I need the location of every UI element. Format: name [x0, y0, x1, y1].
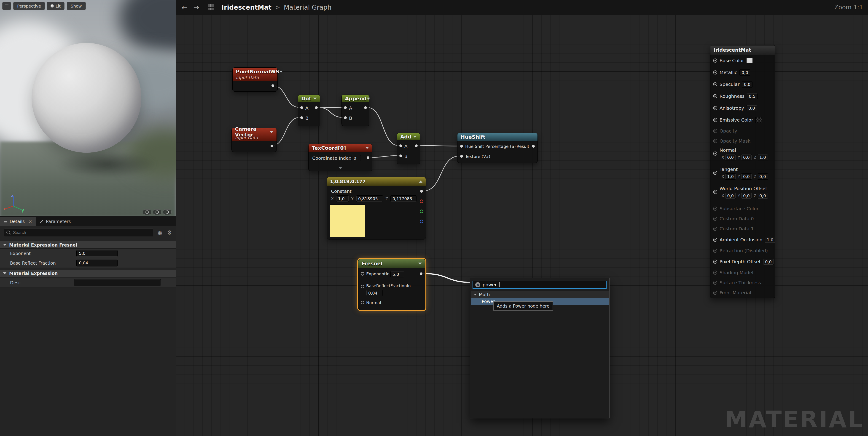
- pin-z-value[interactable]: 0,0: [757, 173, 768, 179]
- material-pin-roughness[interactable]: Roughness 0,5: [710, 90, 775, 102]
- material-pin-tangent[interactable]: Tangent X1,0 Y0,0 Z0,0: [710, 165, 775, 185]
- perspective-button[interactable]: Perspective: [13, 2, 45, 10]
- section-material-expression[interactable]: Material Expression: [0, 270, 176, 277]
- exponent-value-field[interactable]: 5,0: [76, 250, 118, 257]
- output-pin-rgb[interactable]: [420, 190, 423, 193]
- output-pin-r[interactable]: [420, 200, 423, 203]
- input-pin-a[interactable]: [300, 106, 304, 109]
- node-hueshift[interactable]: HueShift Hue Shift Percentage (S) Textur…: [457, 133, 538, 163]
- node-dot[interactable]: Dot A B: [298, 95, 320, 126]
- chevron-down-icon[interactable]: [313, 98, 317, 100]
- viewport-indicator-1[interactable]: [143, 209, 151, 215]
- material-pin-metallic[interactable]: Metallic 0,0: [710, 67, 775, 78]
- pin-y-value[interactable]: 0,0: [741, 173, 752, 179]
- chevron-down-icon[interactable]: [418, 263, 422, 265]
- basereflectfractionin-value[interactable]: 0,04: [366, 290, 383, 296]
- chevron-down-icon[interactable]: [367, 98, 370, 100]
- chevron-down-icon[interactable]: [279, 71, 283, 73]
- node-fresnel[interactable]: Fresnel ExponentIn 5,0 BaseReflectFracti…: [358, 259, 426, 310]
- pin-z-value[interactable]: 0,0: [757, 193, 768, 199]
- pin-y-value[interactable]: 0,0: [741, 193, 752, 199]
- pin-x-value[interactable]: 0,0: [725, 193, 736, 199]
- material-pin-specular[interactable]: Specular 0,0: [710, 78, 775, 90]
- node-camera-vector[interactable]: Camera Vector Input Data: [231, 128, 277, 152]
- material-pin-normal[interactable]: Normal X0,0 Y0,0 Z1,0: [710, 146, 775, 165]
- settings-gear-icon[interactable]: ⚙: [167, 229, 172, 236]
- expand-advanced-icon[interactable]: [339, 167, 342, 169]
- pin-value[interactable]: 0,0: [763, 259, 774, 265]
- forward-button[interactable]: →: [193, 3, 199, 11]
- node-texcoord[interactable]: TexCoord[0] Coordinate Index 0: [308, 144, 372, 171]
- material-pin-ambient-occlusion[interactable]: Ambient Occlusion 1,0: [710, 234, 775, 246]
- display-filter-icon[interactable]: ▦: [157, 229, 163, 236]
- close-tab-icon[interactable]: ×: [28, 219, 32, 224]
- preview-sphere[interactable]: [32, 43, 141, 153]
- output-pin[interactable]: [314, 106, 318, 109]
- pin-value[interactable]: 0,0: [746, 105, 757, 111]
- color-preview-swatch[interactable]: [330, 204, 365, 237]
- pin-value[interactable]: 0,5: [747, 93, 757, 99]
- category-math[interactable]: Math: [471, 291, 609, 298]
- input-pin-normal[interactable]: [361, 301, 364, 304]
- output-pin[interactable]: [414, 144, 418, 147]
- material-result-node[interactable]: IridescentMat Base Color Metallic 0,0 Sp…: [710, 45, 775, 298]
- preview-viewport[interactable]: Perspective Lit Show z x y: [0, 0, 176, 216]
- pin-x-value[interactable]: 0,0: [725, 154, 736, 160]
- input-pin-texture[interactable]: [460, 155, 463, 158]
- input-pin-hue-shift-percentage[interactable]: [460, 144, 463, 148]
- graph-hierarchy-icon[interactable]: [208, 4, 214, 10]
- output-pin[interactable]: [364, 106, 367, 109]
- material-pin-emissive-color[interactable]: Emissive Color: [710, 114, 775, 126]
- base-reflect-fraction-value-field[interactable]: 0,04: [76, 260, 118, 266]
- emissive-color-swatch[interactable]: [755, 117, 762, 123]
- input-pin-basereflectfractionin[interactable]: [361, 285, 364, 289]
- material-pin-anisotropy[interactable]: Anisotropy 0,0: [710, 102, 775, 114]
- node-add[interactable]: Add A B: [397, 133, 420, 164]
- chevron-down-icon[interactable]: [270, 131, 273, 133]
- lit-mode-button[interactable]: Lit: [46, 2, 64, 10]
- node-pixelnormalws[interactable]: PixelNormalWS Input Data: [232, 67, 278, 92]
- viewport-indicator-2[interactable]: [153, 209, 161, 215]
- viewport-indicator-3[interactable]: [163, 209, 172, 215]
- node-append[interactable]: Append A B: [341, 95, 369, 126]
- constant-x-value[interactable]: 1,0: [336, 195, 349, 202]
- output-pin-result[interactable]: [532, 144, 535, 148]
- chevron-down-icon[interactable]: [413, 136, 417, 138]
- node-constant[interactable]: 1,0.819,0.177 Constant X 1,0 Y 0,818905 …: [327, 177, 426, 239]
- tab-details[interactable]: Details ×: [0, 216, 36, 226]
- breadcrumb-root[interactable]: IridescentMat: [221, 4, 272, 11]
- output-pin[interactable]: [366, 156, 370, 160]
- input-pin-exponentin[interactable]: [361, 272, 364, 276]
- constant-y-value[interactable]: 0,818905: [356, 195, 383, 202]
- pin-z-value[interactable]: 1,0: [757, 154, 768, 160]
- input-pin-b[interactable]: [344, 116, 347, 120]
- pin-x-value[interactable]: 1,0: [725, 173, 736, 179]
- desc-value-field[interactable]: [74, 279, 161, 286]
- pin-value[interactable]: 0,0: [740, 69, 750, 76]
- material-pin-world-position-offset[interactable]: World Position Offset X0,0 Y0,0 Z0,0: [710, 185, 775, 204]
- section-material-expression-fresnel[interactable]: Material Expression Fresnel: [0, 241, 176, 248]
- output-pin-g[interactable]: [420, 209, 423, 213]
- pin-value[interactable]: 1,0: [765, 237, 775, 243]
- clear-search-icon[interactable]: ×: [475, 282, 480, 287]
- tab-parameters[interactable]: Parameters: [36, 216, 74, 226]
- viewport-menu-button[interactable]: [2, 2, 11, 10]
- back-button[interactable]: ←: [182, 3, 187, 11]
- base-color-swatch[interactable]: [746, 58, 753, 63]
- context-menu-search-field[interactable]: × power: [472, 280, 607, 289]
- chevron-up-icon[interactable]: [419, 180, 423, 182]
- coordinate-index-value[interactable]: 0: [351, 155, 361, 161]
- chevron-down-icon[interactable]: [365, 147, 369, 149]
- output-pin-b[interactable]: [420, 220, 423, 223]
- constant-z-value[interactable]: 0,177083: [391, 195, 416, 202]
- pin-y-value[interactable]: 0,0: [741, 154, 752, 160]
- show-menu-button[interactable]: Show: [67, 2, 86, 10]
- input-pin-a[interactable]: [399, 144, 403, 147]
- exponentin-value[interactable]: 5,0: [391, 271, 404, 277]
- input-pin-b[interactable]: [399, 154, 403, 158]
- output-pin[interactable]: [270, 144, 274, 148]
- pin-value[interactable]: 0,0: [742, 81, 752, 88]
- material-pin-pixel-depth-offset[interactable]: Pixel Depth Offset 0,0: [710, 256, 775, 268]
- input-pin-b[interactable]: [300, 116, 304, 120]
- output-pin[interactable]: [419, 272, 423, 276]
